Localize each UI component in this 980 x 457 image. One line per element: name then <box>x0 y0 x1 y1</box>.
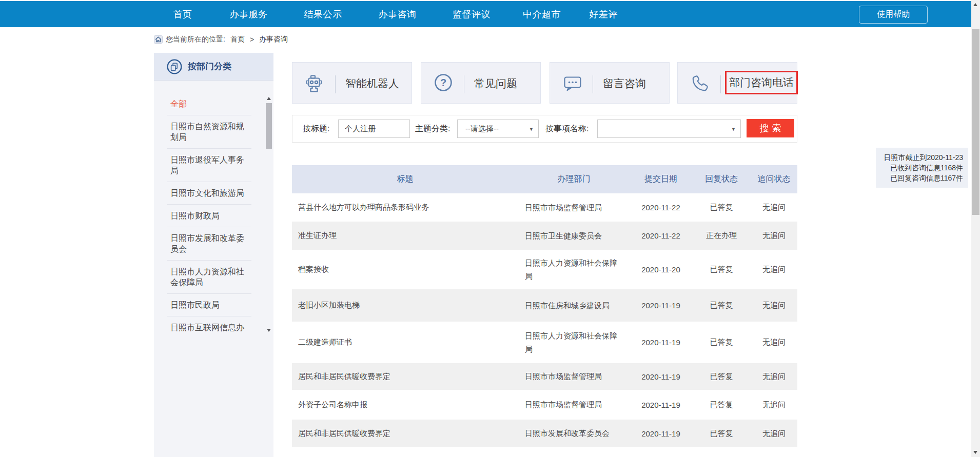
cell-reply-status: 已答复 <box>692 420 751 447</box>
sidebar-scroll-up-arrow[interactable] <box>267 97 271 100</box>
cell-reply-status: 已答复 <box>692 250 751 289</box>
department-item[interactable]: 日照市互联网信息办 <box>167 316 251 339</box>
nav-item[interactable]: 结果公示 <box>286 1 360 27</box>
nav-item-label: 好差评 <box>589 8 618 21</box>
sidebar-scrollbar-thumb[interactable] <box>266 103 272 149</box>
robot-icon <box>305 73 326 94</box>
department-item-label: 日照市互联网信息办 <box>170 322 251 333</box>
cell-reply-status: 已答复 <box>692 363 751 390</box>
department-item-label: 日照市自然资源和规划局 <box>170 121 251 143</box>
nav-item-label: 结果公示 <box>304 8 342 21</box>
table-row: 莒县什么地方可以办理商品条形码业务日照市市场监督管理局2020-11-22已答复… <box>292 193 797 222</box>
cell-reply-status: 已答复 <box>692 289 751 322</box>
cell-date: 2020-11-19 <box>630 390 692 420</box>
scrollbar-up-arrow-icon[interactable] <box>973 3 977 6</box>
cell-date: 2020-11-19 <box>630 289 692 322</box>
tab-smart-robot[interactable]: 智能机器人 <box>292 62 412 104</box>
cell-title[interactable]: 老旧小区加装电梯 <box>292 289 518 322</box>
dropdown-caret-icon: ▼ <box>731 127 736 132</box>
tab-divider <box>720 75 721 93</box>
department-item[interactable]: 日照市人力资源和社会保障局 <box>167 261 251 294</box>
breadcrumb-label: 您当前所在的位置: <box>166 35 225 44</box>
tab-faq[interactable]: ? 常见问题 <box>421 62 541 104</box>
cell-title[interactable]: 外资子公司名称申报 <box>292 390 518 420</box>
cell-department: 日照市人力资源和社会保障局 <box>518 322 630 363</box>
question-icon: ? <box>434 73 453 92</box>
search-title-input[interactable] <box>338 120 410 138</box>
cell-followup-status: 无追问 <box>751 193 797 222</box>
nav-item[interactable]: 办事咨询 <box>360 1 435 27</box>
tab-divider <box>593 75 593 93</box>
nav-item[interactable]: 中介超市 <box>508 1 575 27</box>
department-item[interactable]: 日照市退役军人事务局 <box>167 149 251 182</box>
breadcrumb-home-link[interactable]: 首页 <box>230 35 245 44</box>
department-item-label: 日照市文化和旅游局 <box>170 188 251 198</box>
department-item-label: 全部 <box>170 98 251 109</box>
tab-department-phone[interactable]: 部门咨询电话 <box>677 62 797 104</box>
page-scrollbar[interactable] <box>971 0 980 457</box>
department-item-label: 日照市发展和改革委员会 <box>170 233 251 254</box>
tab-divider <box>335 75 336 93</box>
cell-title[interactable]: 居民和非居民供暖收费界定 <box>292 420 518 447</box>
department-list: 全部日照市自然资源和规划局日照市退役军人事务局日照市文化和旅游局日照市财政局日照… <box>167 93 251 339</box>
breadcrumb-separator: > <box>250 35 254 44</box>
department-item[interactable]: 日照市财政局 <box>167 205 251 227</box>
cell-reply-status: 正在办理 <box>692 222 751 250</box>
cell-title[interactable]: 莒县什么地方可以办理商品条形码业务 <box>292 193 518 222</box>
department-item-label: 日照市民政局 <box>170 300 251 310</box>
stats-box: 日照市截止到2020-11-23 已收到咨询信息1168件 已回复咨询信息116… <box>876 148 968 188</box>
search-item-select[interactable]: ▼ <box>597 120 741 138</box>
nav-item[interactable]: 首页 <box>154 1 211 27</box>
tab-leave-message[interactable]: 留言咨询 <box>550 62 670 104</box>
nav-item[interactable]: 好差评 <box>575 1 632 27</box>
cell-date: 2020-11-22 <box>630 193 692 222</box>
cell-followup-status: 无追问 <box>751 250 797 289</box>
department-item[interactable]: 日照市文化和旅游局 <box>167 182 251 205</box>
search-category-value: --请选择-- <box>465 124 499 134</box>
nav-item-label: 首页 <box>173 8 192 21</box>
message-icon <box>563 73 582 93</box>
cell-title[interactable]: 二级建造师证书 <box>292 322 518 363</box>
cell-date: 2020-11-22 <box>630 222 692 250</box>
sidebar-title: 按部门分类 <box>188 61 231 72</box>
search-category-select[interactable]: --请选择-- ▼ <box>457 120 539 138</box>
nav-item[interactable]: 监督评议 <box>435 1 508 27</box>
scrollbar-down-arrow-icon[interactable] <box>973 451 977 454</box>
phone-icon <box>691 73 710 93</box>
help-button[interactable]: 使用帮助 <box>859 6 928 24</box>
nav-item[interactable]: 办事服务 <box>211 1 286 27</box>
cell-date: 2020-11-19 <box>630 322 692 363</box>
department-item[interactable]: 日照市自然资源和规划局 <box>167 115 251 149</box>
cell-title[interactable]: 居民和非居民供暖收费界定 <box>292 363 518 390</box>
table-row: 档案接收日照市人力资源和社会保障局2020-11-20已答复无追问 <box>292 250 797 289</box>
search-item-label: 按事项名称: <box>545 115 589 142</box>
col-followup-status: 追问状态 <box>751 165 797 193</box>
cell-followup-status: 无追问 <box>751 363 797 390</box>
cell-reply-status: 已答复 <box>692 390 751 420</box>
department-item-label: 日照市人力资源和社会保障局 <box>170 266 251 288</box>
stats-line-replied: 已回复咨询信息1167件 <box>876 173 963 183</box>
scrollbar-thumb[interactable] <box>972 29 979 215</box>
breadcrumb-current-link[interactable]: 办事咨询 <box>259 35 288 44</box>
consult-channel-tabs: 智能机器人 ? 常见问题 留言咨询 <box>292 62 797 104</box>
nav-item-label: 办事服务 <box>230 8 268 21</box>
sidebar-header: 按部门分类 <box>154 53 273 81</box>
cell-date: 2020-11-19 <box>630 420 692 447</box>
department-item[interactable]: 日照市民政局 <box>167 294 251 316</box>
col-date: 提交日期 <box>630 165 692 193</box>
sidebar-scroll-down-arrow[interactable] <box>267 329 271 332</box>
department-item[interactable]: 日照市发展和改革委员会 <box>167 227 251 261</box>
cell-title[interactable]: 准生证办理 <box>292 222 518 250</box>
cell-department: 日照市市场监督管理局 <box>518 193 630 222</box>
tab-divider <box>464 75 464 93</box>
cell-department: 日照市发展和改革委员会 <box>518 420 630 447</box>
search-button[interactable]: 搜索 <box>747 119 794 137</box>
tab-label: 智能机器人 <box>345 63 399 104</box>
cell-department: 日照市市场监督管理局 <box>518 390 630 420</box>
search-bar: 按标题: 主题分类: --请选择-- ▼ 按事项名称: ▼ 搜索 <box>292 115 797 143</box>
category-icon <box>167 59 182 74</box>
svg-text:?: ? <box>440 77 446 88</box>
cell-title[interactable]: 档案接收 <box>292 250 518 289</box>
nav-item-label: 监督评议 <box>453 8 491 21</box>
department-item[interactable]: 全部 <box>167 93 251 115</box>
